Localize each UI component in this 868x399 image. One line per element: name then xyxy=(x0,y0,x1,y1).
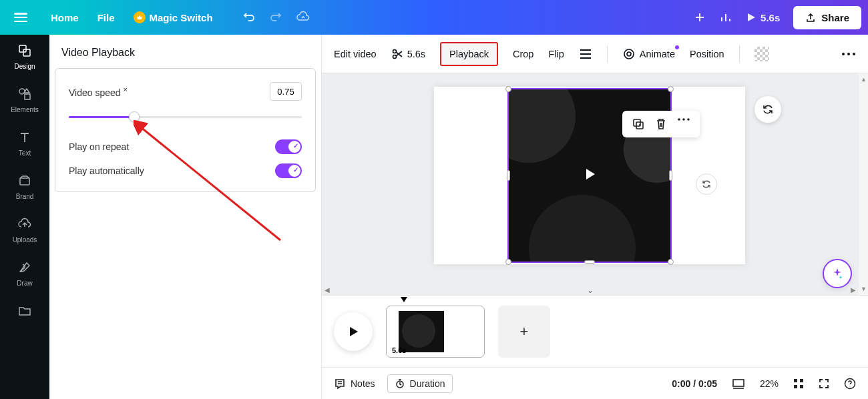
sidebar-elements-label: Elements xyxy=(11,106,39,113)
notes-button[interactable]: Notes xyxy=(334,378,375,390)
sidebar-uploads-label: Uploads xyxy=(13,236,37,244)
svg-rect-19 xyxy=(733,380,744,386)
flip-button[interactable]: Flip xyxy=(548,49,564,59)
element-toolbar xyxy=(622,111,700,137)
sidebar-projects[interactable] xyxy=(0,303,49,319)
speed-slider[interactable] xyxy=(69,110,302,123)
speed-label: Video speed × xyxy=(69,85,128,98)
home-link[interactable]: Home xyxy=(48,8,81,27)
preview-duration: 5.6s xyxy=(761,12,780,23)
cloud-sync-icon[interactable] xyxy=(296,10,310,25)
resize-handle-ne[interactable] xyxy=(668,86,674,92)
delete-button[interactable] xyxy=(654,117,668,131)
share-button[interactable]: Share xyxy=(793,6,861,29)
scroll-down[interactable]: ▼ xyxy=(861,286,867,292)
svg-rect-1 xyxy=(23,49,30,56)
upload-icon xyxy=(805,12,816,23)
svg-point-10 xyxy=(842,53,845,55)
separator xyxy=(607,45,608,63)
page-canvas[interactable] xyxy=(434,87,745,264)
list-style-button[interactable] xyxy=(579,49,592,59)
svg-rect-20 xyxy=(794,379,797,382)
animate-button[interactable]: Animate xyxy=(622,47,675,61)
svg-rect-3 xyxy=(25,94,30,99)
grid-view-button[interactable] xyxy=(793,378,804,389)
collapse-timeline[interactable]: ⌄ xyxy=(587,286,594,295)
svg-point-8 xyxy=(624,49,634,59)
auto-label: Play automatically xyxy=(69,165,144,176)
elements-icon xyxy=(17,86,33,102)
edit-video-button[interactable]: Edit video xyxy=(334,49,377,59)
sidebar-draw[interactable]: Draw xyxy=(0,260,49,287)
help-button[interactable] xyxy=(844,378,856,390)
speed-input[interactable] xyxy=(270,82,302,101)
scroll-left[interactable]: ◀ xyxy=(324,286,330,294)
more-button[interactable] xyxy=(841,52,856,56)
svg-point-9 xyxy=(627,52,631,56)
panel-title: Video Playback xyxy=(49,35,321,68)
magic-switch-button[interactable]: Magic Switch xyxy=(131,7,216,27)
timeline-clip[interactable]: 5.6s xyxy=(386,306,485,358)
playhead[interactable] xyxy=(401,297,407,302)
position-button[interactable]: Position xyxy=(690,49,724,59)
duration-button[interactable]: Duration xyxy=(387,374,453,393)
sidebar-design[interactable]: Design xyxy=(0,43,49,70)
file-menu[interactable]: File xyxy=(95,8,118,27)
scissors-icon xyxy=(391,48,403,60)
trim-button[interactable]: 5.6s xyxy=(391,48,425,60)
repeat-toggle[interactable]: ✓ xyxy=(275,139,302,154)
resize-handle-s[interactable] xyxy=(584,260,595,264)
svg-rect-22 xyxy=(794,385,797,388)
sidebar-text[interactable]: Text xyxy=(0,129,49,157)
magic-switch-label: Magic Switch xyxy=(150,12,213,23)
sidebar-design-label: Design xyxy=(14,63,35,70)
sidebar-draw-label: Draw xyxy=(17,280,32,287)
svg-point-15 xyxy=(678,118,680,121)
more-element-button[interactable] xyxy=(677,117,690,131)
playback-button[interactable]: Playback xyxy=(440,42,498,66)
svg-rect-0 xyxy=(19,45,26,52)
scroll-right[interactable]: ▶ xyxy=(851,286,856,294)
time-display: 0:00 / 0:05 xyxy=(672,378,717,389)
resize-handle-w[interactable] xyxy=(507,170,510,181)
menu-button[interactable] xyxy=(7,3,35,31)
magic-assist-button[interactable] xyxy=(823,259,852,288)
repeat-label: Play on repeat xyxy=(69,141,129,152)
animate-icon xyxy=(622,47,636,61)
sidebar-uploads[interactable]: Uploads xyxy=(0,216,49,244)
duplicate-button[interactable] xyxy=(632,117,645,131)
sync-button[interactable] xyxy=(696,173,717,195)
svg-point-12 xyxy=(853,53,855,55)
video-element[interactable] xyxy=(507,88,672,263)
svg-point-16 xyxy=(682,118,685,121)
duration-label: Duration xyxy=(410,378,445,389)
auto-toggle[interactable]: ✓ xyxy=(275,163,302,178)
checker-icon xyxy=(754,47,769,61)
svg-rect-4 xyxy=(20,178,29,185)
slider-thumb[interactable] xyxy=(129,111,140,122)
resize-handle-nw[interactable] xyxy=(505,86,511,92)
add-button[interactable] xyxy=(694,11,706,23)
add-page-button[interactable]: + xyxy=(498,306,550,358)
preview-button[interactable]: 5.6s xyxy=(746,12,780,23)
zoom-label[interactable]: 22% xyxy=(760,378,779,389)
analytics-button[interactable] xyxy=(719,11,732,24)
timeline-play-button[interactable] xyxy=(334,312,373,351)
scroll-up[interactable]: ▲ xyxy=(861,76,867,83)
redo-button[interactable] xyxy=(269,11,282,24)
transparency-button[interactable] xyxy=(754,47,769,61)
undo-button[interactable] xyxy=(242,11,256,24)
play-icon[interactable] xyxy=(582,167,597,184)
crop-button[interactable]: Crop xyxy=(513,49,533,59)
fullscreen-button[interactable] xyxy=(819,378,829,389)
regenerate-button[interactable] xyxy=(754,96,781,123)
resize-handle-se[interactable] xyxy=(668,259,674,265)
notes-label: Notes xyxy=(351,378,375,389)
resize-handle-sw[interactable] xyxy=(505,259,511,265)
resize-handle-e[interactable] xyxy=(669,170,672,181)
sidebar-elements[interactable]: Elements xyxy=(0,86,49,113)
pages-view-button[interactable] xyxy=(732,378,745,389)
text-icon xyxy=(17,129,33,145)
sidebar-brand[interactable]: Brand xyxy=(0,173,49,200)
svg-rect-23 xyxy=(800,385,803,388)
